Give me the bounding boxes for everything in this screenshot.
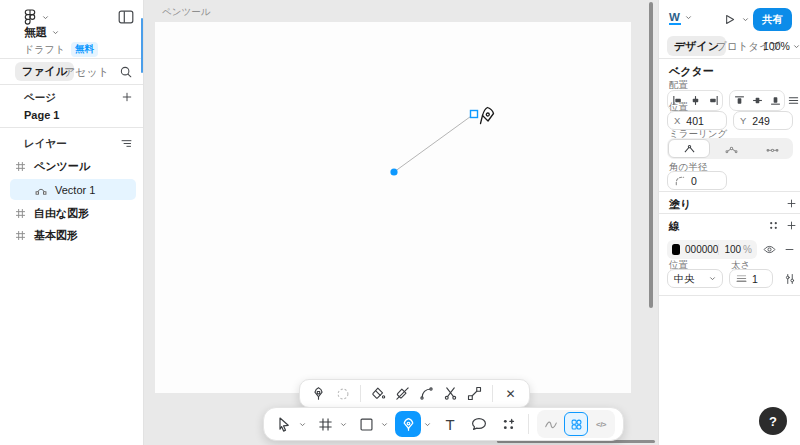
divider <box>0 84 143 85</box>
chevron-down-icon <box>793 43 800 50</box>
stroke-position-value: 中央 <box>674 272 694 286</box>
fill-section-header: 塗り <box>669 197 691 212</box>
bend-segment-button[interactable] <box>415 382 438 405</box>
comment-tool-button[interactable] <box>467 411 491 437</box>
split-path-button[interactable] <box>439 382 462 405</box>
mirror-none-icon <box>683 143 696 154</box>
stroke-color-hex[interactable]: 000000 <box>685 244 718 255</box>
panel-toggle-icon <box>118 10 134 24</box>
lasso-icon <box>336 387 350 401</box>
move-tool-button[interactable] <box>272 411 296 437</box>
draw-mode-button[interactable] <box>540 413 562 435</box>
present-controls <box>721 11 749 27</box>
layer-options-button[interactable] <box>117 134 136 152</box>
add-stroke-button[interactable] <box>783 217 799 233</box>
stroke-position-select[interactable]: 中央 <box>667 269 723 288</box>
stroke-opacity-field[interactable]: 100 % <box>718 244 752 255</box>
avatar-underline <box>669 23 681 25</box>
corner-radius-input[interactable]: 0 <box>667 171 727 190</box>
text-tool-button[interactable]: T <box>438 411 462 437</box>
layer-row-pen-tool[interactable]: ペンツール <box>0 155 143 177</box>
sidebar-scroll-indicator[interactable] <box>141 18 144 73</box>
chevron-down-icon <box>709 275 716 282</box>
stroke-styles-button[interactable] <box>765 217 781 233</box>
file-meta: ドラフト 無料 <box>24 42 98 57</box>
stroke-visibility-button[interactable] <box>761 241 778 258</box>
add-fill-button[interactable] <box>783 195 799 211</box>
vertical-align-group <box>729 90 785 111</box>
file-title[interactable]: 無題 <box>24 25 59 40</box>
tab-assets[interactable]: アセット <box>64 65 109 80</box>
align-h-center-button[interactable] <box>686 91 704 110</box>
layer-row-basic-shapes[interactable]: 基本図形 <box>0 224 143 246</box>
y-label: Y <box>740 115 746 126</box>
canvas[interactable]: ペンツール <box>144 0 658 445</box>
eye-icon <box>763 243 776 256</box>
mirror-angle-length-button[interactable] <box>752 139 792 158</box>
stroke-color-row[interactable]: 000000 100 % <box>667 240 757 259</box>
toggle-sidebar-button[interactable] <box>116 8 136 26</box>
exit-vector-edit-button[interactable]: ✕ <box>499 382 522 405</box>
rectangle-tool-icon <box>359 417 374 432</box>
chevron-down-icon <box>685 14 692 21</box>
styles-icon <box>768 220 779 231</box>
plus-icon <box>786 198 797 209</box>
mirror-none-button[interactable] <box>668 139 710 158</box>
dev-mode-button[interactable]: </> <box>590 413 612 435</box>
share-button[interactable]: 共有 <box>753 8 792 31</box>
align-top-icon <box>734 95 745 106</box>
align-top-button[interactable] <box>730 91 748 110</box>
paint-bucket-button[interactable] <box>367 382 390 405</box>
paint-bucket-icon <box>371 386 386 401</box>
align-bottom-button[interactable] <box>766 91 784 110</box>
design-mode-button[interactable] <box>564 412 588 436</box>
frame-tool-chevron[interactable] <box>340 421 347 428</box>
current-user[interactable]: W <box>669 11 692 23</box>
move-tool-chevron[interactable] <box>299 421 306 428</box>
shape-tool-chevron[interactable] <box>381 421 388 428</box>
vector-path-icon <box>34 184 48 196</box>
search-button[interactable] <box>116 62 136 81</box>
flatten-icon <box>467 386 482 401</box>
design-mode-icon <box>570 418 583 431</box>
anchor-point-end <box>471 111 478 118</box>
mirroring-segmented-control <box>667 138 793 159</box>
lasso-button[interactable] <box>331 382 354 405</box>
align-right-icon <box>708 95 719 106</box>
zoom-menu[interactable]: 100% <box>763 40 800 52</box>
align-v-middle-icon <box>752 95 763 106</box>
page-list-item[interactable]: Page 1 <box>0 102 143 127</box>
bend-segment-icon <box>419 386 434 401</box>
remove-fill-button[interactable] <box>391 382 414 405</box>
vertical-scrollbar[interactable] <box>649 2 653 308</box>
pen-tool-chevron[interactable] <box>424 421 431 428</box>
mirror-angle-button[interactable] <box>711 139 751 158</box>
main-toolbar: T <box>263 407 624 441</box>
layer-row-free-shapes[interactable]: 自由な図形 <box>0 202 143 224</box>
bend-tool-button[interactable] <box>307 382 330 405</box>
help-button[interactable]: ? <box>759 407 787 435</box>
layer-row-vector-1[interactable]: Vector 1 <box>10 179 136 200</box>
frame-tool-button[interactable] <box>313 411 337 437</box>
shape-tool-button[interactable] <box>354 411 378 437</box>
draw-mode-icon <box>544 417 558 431</box>
zoom-level: 100% <box>763 40 790 52</box>
flatten-button[interactable] <box>463 382 486 405</box>
advanced-stroke-button[interactable] <box>781 270 798 287</box>
mirror-angle-icon <box>725 143 738 154</box>
stroke-weight-input[interactable]: 1 <box>729 269 773 288</box>
pen-tool-button[interactable] <box>395 411 421 437</box>
present-button[interactable] <box>721 11 737 27</box>
plan-badge[interactable]: 無料 <box>71 42 98 57</box>
align-right-button[interactable] <box>704 91 722 110</box>
main-menu[interactable] <box>24 9 49 26</box>
actions-button[interactable] <box>496 411 520 437</box>
toolbar-divider <box>360 385 361 402</box>
remove-stroke-button[interactable] <box>781 241 798 258</box>
stroke-color-swatch[interactable] <box>672 244 680 255</box>
y-position-input[interactable]: Y 249 <box>733 111 793 130</box>
corner-radius-icon <box>674 175 685 186</box>
align-v-middle-button[interactable] <box>748 91 766 110</box>
distribute-more-button[interactable] <box>785 92 800 109</box>
corner-radius-value: 0 <box>691 175 697 187</box>
